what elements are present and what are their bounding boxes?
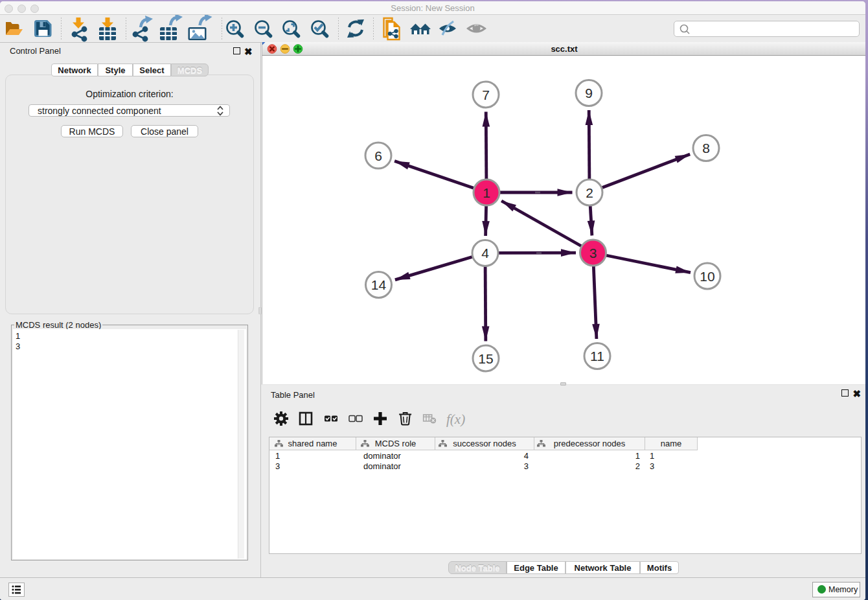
svg-text:8: 8 — [702, 141, 710, 156]
svg-text:f(x): f(x) — [446, 411, 465, 427]
svg-text:6: 6 — [374, 148, 382, 163]
svg-text:2: 2 — [586, 185, 593, 200]
svg-text:7: 7 — [482, 87, 490, 102]
svg-text:10: 10 — [700, 269, 714, 284]
svg-text:4: 4 — [481, 246, 489, 260]
svg-text:9: 9 — [585, 86, 593, 100]
svg-text:1: 1 — [483, 185, 490, 200]
svg-text:11: 11 — [590, 349, 604, 363]
svg-text:14: 14 — [371, 277, 387, 292]
svg-text:3: 3 — [589, 246, 597, 260]
svg-text:15: 15 — [478, 351, 493, 366]
